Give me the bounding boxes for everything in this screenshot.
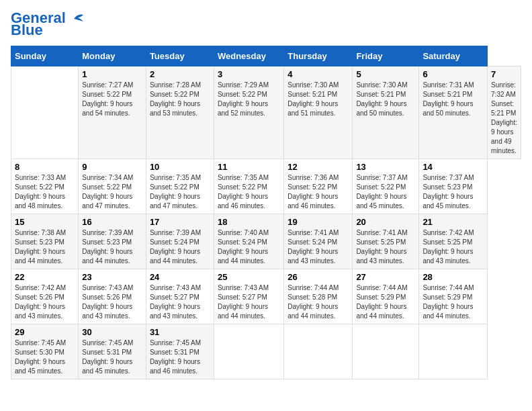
day-info: Sunrise: 7:34 AMSunset: 5:22 PMDaylight:… [82,174,133,210]
header-row: SundayMondayTuesdayWednesdayThursdayFrid… [11,46,521,66]
day-header-wednesday: Wednesday [214,46,283,66]
day-cell-12: 12 Sunrise: 7:36 AMSunset: 5:22 PMDaylig… [284,159,353,214]
day-number: 7 [491,69,517,79]
day-number: 31 [150,327,210,337]
day-number: 11 [218,162,280,172]
day-info: Sunrise: 7:44 AMSunset: 5:29 PMDaylight:… [356,284,407,320]
day-info: Sunrise: 7:30 AMSunset: 5:21 PMDaylight:… [287,81,339,117]
week-row-2: 8 Sunrise: 7:33 AMSunset: 5:22 PMDayligh… [11,159,521,214]
day-number: 4 [287,69,349,79]
day-number: 17 [150,217,210,227]
day-number: 16 [82,217,142,227]
day-info: Sunrise: 7:42 AMSunset: 5:25 PMDaylight:… [423,229,474,265]
day-info: Sunrise: 7:41 AMSunset: 5:25 PMDaylight:… [356,229,407,265]
day-cell-10: 10 Sunrise: 7:35 AMSunset: 5:22 PMDaylig… [146,159,214,214]
day-info: Sunrise: 7:39 AMSunset: 5:23 PMDaylight:… [82,229,133,265]
day-header-monday: Monday [79,46,146,66]
empty-cell [11,66,79,159]
day-cell-29: 29 Sunrise: 7:45 AMSunset: 5:30 PMDaylig… [11,324,79,379]
day-cell-11: 11 Sunrise: 7:35 AMSunset: 5:22 PMDaylig… [214,159,283,214]
week-row-5: 29 Sunrise: 7:45 AMSunset: 5:30 PMDaylig… [11,324,521,379]
day-cell-3: 3 Sunrise: 7:29 AMSunset: 5:22 PMDayligh… [214,66,283,159]
day-number: 27 [356,272,415,282]
week-row-1: 1 Sunrise: 7:27 AMSunset: 5:22 PMDayligh… [11,66,521,159]
day-header-sunday: Sunday [11,46,79,66]
day-number: 29 [15,327,75,337]
logo-blue: Blue [11,23,43,38]
day-info: Sunrise: 7:35 AMSunset: 5:22 PMDaylight:… [150,174,201,210]
day-number: 15 [15,217,75,227]
day-cell-25: 25 Sunrise: 7:43 AMSunset: 5:27 PMDaylig… [214,269,283,324]
day-cell-4: 4 Sunrise: 7:30 AMSunset: 5:21 PMDayligh… [284,66,353,159]
day-number: 5 [356,69,415,79]
day-cell-17: 17 Sunrise: 7:39 AMSunset: 5:24 PMDaylig… [146,214,214,269]
logo: General Blue [11,11,87,38]
day-number: 13 [356,162,415,172]
day-header-tuesday: Tuesday [146,46,214,66]
day-info: Sunrise: 7:35 AMSunset: 5:22 PMDaylight:… [218,174,269,210]
day-info: Sunrise: 7:41 AMSunset: 5:24 PMDaylight:… [287,229,339,265]
day-info: Sunrise: 7:37 AMSunset: 5:22 PMDaylight:… [356,174,407,210]
day-info: Sunrise: 7:42 AMSunset: 5:26 PMDaylight:… [15,284,66,320]
day-number: 28 [423,272,484,282]
day-info: Sunrise: 7:45 AMSunset: 5:31 PMDaylight:… [82,339,133,375]
day-number: 23 [82,272,142,282]
day-info: Sunrise: 7:43 AMSunset: 5:27 PMDaylight:… [150,284,201,320]
day-cell-18: 18 Sunrise: 7:40 AMSunset: 5:24 PMDaylig… [214,214,283,269]
empty-cell [214,324,283,379]
empty-cell [353,324,419,379]
day-info: Sunrise: 7:31 AMSunset: 5:21 PMDaylight:… [423,81,474,117]
day-cell-20: 20 Sunrise: 7:41 AMSunset: 5:25 PMDaylig… [353,214,419,269]
day-info: Sunrise: 7:28 AMSunset: 5:22 PMDaylight:… [150,81,201,117]
day-number: 24 [150,272,210,282]
day-number: 21 [423,217,484,227]
day-number: 10 [150,162,210,172]
day-cell-5: 5 Sunrise: 7:30 AMSunset: 5:21 PMDayligh… [353,66,419,159]
day-cell-28: 28 Sunrise: 7:44 AMSunset: 5:29 PMDaylig… [419,269,488,324]
day-info: Sunrise: 7:40 AMSunset: 5:24 PMDaylight:… [218,229,269,265]
day-info: Sunrise: 7:43 AMSunset: 5:26 PMDaylight:… [82,284,133,320]
day-cell-30: 30 Sunrise: 7:45 AMSunset: 5:31 PMDaylig… [79,324,146,379]
day-info: Sunrise: 7:44 AMSunset: 5:28 PMDaylight:… [287,284,339,320]
day-cell-13: 13 Sunrise: 7:37 AMSunset: 5:22 PMDaylig… [353,159,419,214]
day-info: Sunrise: 7:37 AMSunset: 5:23 PMDaylight:… [423,174,474,210]
empty-cell [284,324,353,379]
day-number: 3 [218,69,280,79]
day-number: 6 [423,69,484,79]
day-info: Sunrise: 7:30 AMSunset: 5:21 PMDaylight:… [356,81,407,117]
day-header-thursday: Thursday [284,46,353,66]
day-cell-8: 8 Sunrise: 7:33 AMSunset: 5:22 PMDayligh… [11,159,79,214]
day-number: 8 [15,162,75,172]
day-number: 20 [356,217,415,227]
day-cell-23: 23 Sunrise: 7:43 AMSunset: 5:26 PMDaylig… [79,269,146,324]
empty-cell [419,324,488,379]
day-number: 22 [15,272,75,282]
day-info: Sunrise: 7:29 AMSunset: 5:22 PMDaylight:… [218,81,269,117]
day-cell-7: 7 Sunrise: 7:32 AMSunset: 5:21 PMDayligh… [488,66,521,159]
day-cell-9: 9 Sunrise: 7:34 AMSunset: 5:22 PMDayligh… [79,159,146,214]
day-number: 12 [287,162,349,172]
day-info: Sunrise: 7:32 AMSunset: 5:21 PMDaylight:… [491,81,517,154]
day-cell-14: 14 Sunrise: 7:37 AMSunset: 5:23 PMDaylig… [419,159,488,214]
day-number: 18 [218,217,280,227]
day-header-saturday: Saturday [419,46,488,66]
day-info: Sunrise: 7:39 AMSunset: 5:24 PMDaylight:… [150,229,201,265]
day-number: 14 [423,162,484,172]
day-info: Sunrise: 7:43 AMSunset: 5:27 PMDaylight:… [218,284,269,320]
week-row-4: 22 Sunrise: 7:42 AMSunset: 5:26 PMDaylig… [11,269,521,324]
day-info: Sunrise: 7:33 AMSunset: 5:22 PMDaylight:… [15,174,66,210]
day-info: Sunrise: 7:27 AMSunset: 5:22 PMDaylight:… [82,81,133,117]
day-cell-15: 15 Sunrise: 7:38 AMSunset: 5:23 PMDaylig… [11,214,79,269]
day-cell-27: 27 Sunrise: 7:44 AMSunset: 5:29 PMDaylig… [353,269,419,324]
day-cell-19: 19 Sunrise: 7:41 AMSunset: 5:24 PMDaylig… [284,214,353,269]
day-number: 26 [287,272,349,282]
day-number: 25 [218,272,280,282]
day-number: 30 [82,327,142,337]
day-info: Sunrise: 7:44 AMSunset: 5:29 PMDaylight:… [423,284,474,320]
week-row-3: 15 Sunrise: 7:38 AMSunset: 5:23 PMDaylig… [11,214,521,269]
day-cell-6: 6 Sunrise: 7:31 AMSunset: 5:21 PMDayligh… [419,66,488,159]
day-cell-31: 31 Sunrise: 7:45 AMSunset: 5:31 PMDaylig… [146,324,214,379]
day-cell-1: 1 Sunrise: 7:27 AMSunset: 5:22 PMDayligh… [79,66,146,159]
day-info: Sunrise: 7:45 AMSunset: 5:31 PMDaylight:… [150,339,201,375]
day-cell-24: 24 Sunrise: 7:43 AMSunset: 5:27 PMDaylig… [146,269,214,324]
